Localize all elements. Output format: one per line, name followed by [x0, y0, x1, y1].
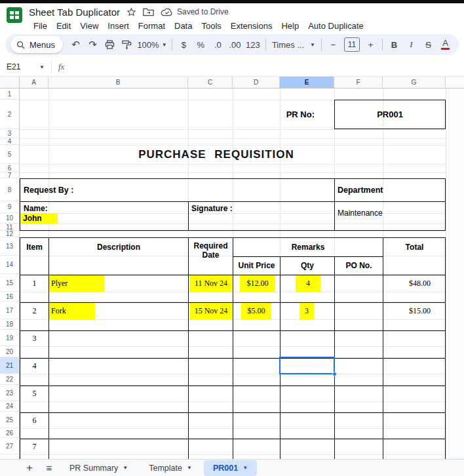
cell-header-item[interactable]: Item	[20, 238, 48, 256]
row-header[interactable]: 5	[0, 145, 19, 164]
cell-required-date-1[interactable]: 11 Nov 24	[189, 275, 233, 292]
row-header[interactable]: 16	[0, 292, 19, 302]
decrease-font-size-button[interactable]: −	[325, 36, 341, 53]
row-header[interactable]: 17	[0, 302, 19, 319]
request-by-box[interactable]: Request By : Department Name: Signature …	[20, 178, 446, 231]
row-header[interactable]: 25	[0, 412, 19, 428]
tab-pr001-active[interactable]: PR001 ▼	[204, 460, 257, 476]
zoom-select[interactable]: 100% ▼	[136, 36, 168, 53]
cell-header-required-date[interactable]: Required Date	[188, 238, 233, 275]
menu-data[interactable]: Data	[170, 21, 197, 31]
row-header[interactable]: 22	[0, 374, 19, 385]
col-header-g[interactable]: G	[383, 77, 446, 89]
menu-edit[interactable]: Edit	[52, 21, 75, 31]
menu-format[interactable]: Format	[134, 21, 170, 31]
row-header[interactable]: 15	[0, 274, 19, 292]
menu-extensions[interactable]: Extensions	[226, 21, 277, 31]
cell-pr-no-value[interactable]: PR001	[334, 100, 446, 129]
format-percent-button[interactable]: %	[193, 36, 209, 53]
row-header[interactable]: 3	[0, 129, 19, 138]
font-size-input[interactable]: 11	[344, 37, 360, 52]
cell-department-label[interactable]: Department	[338, 179, 383, 201]
row-header[interactable]: 4	[0, 138, 19, 145]
row-header[interactable]: 23	[0, 385, 19, 401]
font-family-select[interactable]: Times ... ▼	[269, 36, 318, 53]
format-currency-button[interactable]: $	[176, 36, 192, 53]
cell-unit-price-1[interactable]: $12.00	[240, 275, 275, 292]
cell-item-number[interactable]: 4	[20, 358, 48, 374]
cell-item-number[interactable]: 5	[20, 386, 48, 402]
tab-pr-summary[interactable]: PR Summary ▼	[60, 460, 137, 476]
col-header-b[interactable]: B	[48, 77, 188, 89]
row-header[interactable]: 2	[0, 100, 19, 129]
cell-header-unit-price[interactable]: Unit Price	[233, 256, 280, 275]
cell-item-number[interactable]: 1	[20, 275, 48, 292]
row-header[interactable]: 14	[0, 256, 19, 274]
star-button[interactable]	[126, 7, 136, 17]
cell-description-1[interactable]: Plyer	[49, 275, 104, 292]
redo-button[interactable]: ↷	[85, 36, 101, 53]
row-header[interactable]: 27	[0, 438, 19, 454]
items-table[interactable]: Item Description Required Date Remarks U…	[20, 237, 446, 459]
tab-template[interactable]: Template ▼	[140, 460, 201, 476]
col-header-f[interactable]: F	[334, 77, 383, 89]
row-header[interactable]: 24	[0, 401, 19, 412]
decrease-decimal-button[interactable]: .0	[210, 36, 226, 53]
row-header[interactable]: 12	[0, 231, 19, 237]
number-format-button[interactable]: 123	[244, 36, 262, 53]
undo-button[interactable]: ↶	[68, 36, 84, 53]
col-header-c[interactable]: C	[188, 77, 233, 89]
row-header[interactable]: 7	[0, 172, 19, 178]
menu-file[interactable]: File	[29, 21, 52, 31]
row-header[interactable]: 10	[0, 213, 19, 224]
cell-sheet-title[interactable]: PURCHASE REQUISITION	[33, 145, 400, 164]
row-header[interactable]: 8	[0, 178, 19, 201]
cell-signature-label[interactable]: Signature :	[191, 204, 233, 213]
menu-insert[interactable]: Insert	[103, 21, 134, 31]
cell-description-2[interactable]: Fork	[49, 303, 95, 319]
cell-header-po-no[interactable]: PO No.	[334, 256, 383, 275]
cell-item-number[interactable]: 6	[20, 412, 48, 429]
col-header-a[interactable]: A	[20, 77, 48, 89]
menu-view[interactable]: View	[75, 21, 103, 31]
sheets-logo[interactable]	[7, 5, 29, 31]
fill-handle[interactable]	[332, 372, 337, 376]
cell-required-date-2[interactable]: 15 Nov 24	[189, 303, 233, 319]
cell-qty-1[interactable]: 4	[296, 275, 320, 292]
text-color-button[interactable]: A	[437, 36, 454, 53]
name-box[interactable]: E21 ▼	[7, 62, 48, 71]
menus-search-button[interactable]: Menus	[10, 36, 63, 53]
selected-cell-outline[interactable]	[279, 357, 335, 374]
row-header[interactable]: 26	[0, 428, 19, 438]
cell-header-description[interactable]: Description	[48, 238, 189, 256]
cell-header-qty[interactable]: Qty	[280, 256, 335, 275]
document-title[interactable]: Sheet Tab Duplicator	[29, 7, 120, 18]
cell-qty-2[interactable]: 3	[300, 303, 314, 319]
all-sheets-button[interactable]: ≡	[41, 460, 58, 476]
row-header[interactable]: 20	[0, 346, 19, 357]
row-header[interactable]: 19	[0, 330, 19, 346]
move-to-folder-button[interactable]	[143, 7, 154, 16]
row-header[interactable]: 1	[0, 89, 19, 100]
col-header-e[interactable]: E	[280, 77, 334, 89]
select-all-corner[interactable]	[0, 77, 20, 89]
menu-auto-duplicate[interactable]: Auto Duplicate	[303, 21, 368, 31]
cell-name-label[interactable]: Name:	[24, 204, 48, 213]
saved-to-drive-status[interactable]: Saved to Drive	[161, 7, 229, 16]
col-header-d[interactable]: D	[233, 77, 280, 89]
cell-header-total[interactable]: Total	[383, 238, 446, 256]
cell-request-by-label[interactable]: Request By :	[24, 179, 73, 201]
cell-unit-price-2[interactable]: $5.00	[241, 303, 271, 319]
cell-total-2[interactable]: $15.00	[383, 302, 446, 320]
italic-button[interactable]: I	[403, 36, 419, 53]
cell-item-number[interactable]: 3	[20, 330, 48, 347]
increase-font-size-button[interactable]: +	[362, 36, 379, 53]
cell-name-value[interactable]: John	[21, 213, 58, 224]
add-sheet-button[interactable]: +	[21, 460, 38, 476]
strikethrough-button[interactable]: S	[420, 36, 436, 53]
increase-decimal-button[interactable]: .00	[227, 36, 243, 53]
cells-area[interactable]: PR No: PR001 PURCHASE REQUISITION Reques…	[20, 89, 464, 459]
row-header[interactable]: 13	[0, 237, 19, 256]
cell-pr-no-label[interactable]: PR No:	[233, 100, 329, 129]
row-header-selected[interactable]: 21	[0, 357, 19, 374]
